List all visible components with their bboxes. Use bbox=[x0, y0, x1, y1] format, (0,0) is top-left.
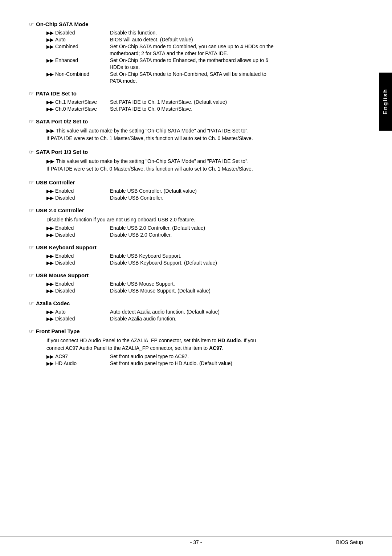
option-desc: Disable USB 2.0 Controller. bbox=[110, 232, 363, 238]
option-key: ▶▶Disabled bbox=[46, 195, 110, 201]
section-title: USB Mouse Support bbox=[36, 272, 89, 278]
section-title: SATA Port 0/2 Set to bbox=[36, 118, 88, 124]
option-arrow: ▶▶ bbox=[46, 225, 54, 231]
option-arrow: ▶▶ bbox=[46, 260, 54, 266]
option-desc: Set On-Chip SATA mode to Non-Combined, S… bbox=[110, 71, 363, 77]
option-arrow: ▶▶ bbox=[46, 281, 54, 287]
option-arrow: ▶▶ bbox=[46, 316, 54, 322]
footer-label: BIOS Setup bbox=[336, 539, 363, 545]
option-desc-continuation: PATA mode. bbox=[29, 78, 363, 84]
option-row: ▶▶Disabled Disable USB Controller. bbox=[29, 195, 363, 201]
section-usb-20-controller: ☞ USB 2.0 Controller bbox=[29, 207, 363, 214]
option-desc: Set On-Chip SATA mode to Combined, you c… bbox=[110, 44, 363, 49]
section-title: Azalia Codec bbox=[36, 300, 70, 306]
section-title: USB Keyboard Support bbox=[36, 244, 97, 250]
option-desc: Enable USB Mouse Support. bbox=[110, 281, 363, 287]
option-row: ▶▶Ch.1 Master/Slave Set PATA IDE to Ch. … bbox=[29, 99, 363, 105]
option-row: ▶▶Disabled Disable USB Mouse Support. (D… bbox=[29, 288, 363, 294]
section-title: USB 2.0 Controller bbox=[36, 207, 84, 213]
option-arrow: ▶▶ bbox=[46, 253, 54, 259]
option-arrow: ▶▶ bbox=[46, 99, 54, 105]
option-desc: Enable USB 2.0 Controller. (Default valu… bbox=[110, 225, 363, 231]
english-tab: English bbox=[379, 73, 392, 131]
bullet-arrow: ▶▶ bbox=[46, 128, 54, 134]
option-key: ▶▶Auto bbox=[46, 37, 110, 42]
option-desc: Set front audio panel type to AC97. bbox=[110, 353, 363, 359]
bullet-arrow: ▶▶ bbox=[46, 158, 54, 164]
option-desc-continuation: motherboard; 2 for SATA and the other fo… bbox=[29, 50, 363, 56]
section-icon: ☞ bbox=[29, 207, 34, 214]
option-arrow: ▶▶ bbox=[46, 30, 54, 36]
option-row: ▶▶Disabled Disable Azalia audio function… bbox=[29, 316, 363, 322]
section-title: PATA IDE Set to bbox=[36, 90, 77, 97]
option-desc: Set PATA IDE to Ch. 0 Master/Slave. bbox=[110, 106, 363, 112]
option-key: ▶▶Disabled bbox=[46, 232, 110, 238]
option-desc: Disable USB Keyboard Support. (Default v… bbox=[110, 260, 363, 266]
option-desc: Set front audio panel type to HD Audio. … bbox=[110, 360, 363, 366]
option-row: ▶▶Enabled Enable USB Controller. (Defaul… bbox=[29, 188, 363, 194]
option-row: ▶▶Disabled Disable USB 2.0 Controller. bbox=[29, 232, 363, 238]
section-on-chip-sata-mode: ☞ On-Chip SATA Mode bbox=[29, 21, 363, 28]
section-icon: ☞ bbox=[29, 21, 34, 28]
section-title: On-Chip SATA Mode bbox=[36, 21, 89, 27]
option-arrow: ▶▶ bbox=[46, 37, 54, 42]
option-key: ▶▶Ch.1 Master/Slave bbox=[46, 99, 110, 105]
section-usb-keyboard-support: ☞ USB Keyboard Support bbox=[29, 244, 363, 251]
section-front-panel-type: ☞ Front Panel Type bbox=[29, 328, 363, 335]
option-desc: Disable USB Mouse Support. (Default valu… bbox=[110, 288, 363, 294]
section-icon: ☞ bbox=[29, 244, 34, 251]
section-icon: ☞ bbox=[29, 149, 34, 155]
section-icon: ☞ bbox=[29, 118, 34, 125]
section-pata-ide-set-to: ☞ PATA IDE Set to bbox=[29, 90, 363, 97]
desc-text: Disable this function if you are not usi… bbox=[29, 216, 363, 224]
option-row: ▶▶Ch.0 Master/Slave Set PATA IDE to Ch. … bbox=[29, 106, 363, 112]
option-row: ▶▶HD Audio Set front audio panel type to… bbox=[29, 360, 363, 366]
section-icon: ☞ bbox=[29, 272, 34, 279]
option-key: ▶▶Disabled bbox=[46, 260, 110, 266]
option-key: ▶▶Enabled bbox=[46, 225, 110, 231]
option-key: ▶▶Combined bbox=[46, 44, 110, 49]
option-row: ▶▶Auto BIOS will auto detect. (Default v… bbox=[29, 37, 363, 42]
option-arrow: ▶▶ bbox=[46, 309, 54, 315]
section-title: Front Panel Type bbox=[36, 328, 80, 334]
option-key: ▶▶Auto bbox=[46, 309, 110, 315]
page-container: English ☞ On-Chip SATA Mode ▶▶Disabled D… bbox=[0, 0, 392, 556]
desc-text: ▶▶ This value will auto make by the sett… bbox=[29, 127, 363, 142]
footer-page-number: - 37 - bbox=[29, 539, 363, 545]
section-sata-port-02: ☞ SATA Port 0/2 Set to bbox=[29, 118, 363, 125]
option-row: ▶▶Disabled Disable USB Keyboard Support.… bbox=[29, 260, 363, 266]
option-arrow: ▶▶ bbox=[46, 195, 54, 201]
option-key: ▶▶Enhanced bbox=[46, 57, 110, 63]
option-key: ▶▶Ch.0 Master/Slave bbox=[46, 106, 110, 112]
option-desc: Disable this function. bbox=[110, 30, 363, 36]
section-usb-mouse-support: ☞ USB Mouse Support bbox=[29, 272, 363, 279]
desc-text: ▶▶ This value will auto make by the sett… bbox=[29, 158, 363, 173]
option-arrow: ▶▶ bbox=[46, 44, 54, 49]
option-arrow: ▶▶ bbox=[46, 58, 54, 63]
section-icon: ☞ bbox=[29, 90, 34, 97]
option-arrow: ▶▶ bbox=[46, 106, 54, 112]
option-key: ▶▶Disabled bbox=[46, 30, 110, 36]
option-desc: Auto detect Azalia audio function. (Defa… bbox=[110, 309, 363, 315]
option-desc: Set PATA IDE to Ch. 1 Master/Slave. (Def… bbox=[110, 99, 363, 105]
option-row: ▶▶Combined Set On-Chip SATA mode to Comb… bbox=[29, 44, 363, 49]
option-row: ▶▶Enabled Enable USB Keyboard Support. bbox=[29, 253, 363, 259]
bold-hd-audio: HD Audio bbox=[218, 338, 241, 343]
page-footer: - 37 - BIOS Setup bbox=[0, 536, 392, 545]
section-usb-controller: ☞ USB Controller bbox=[29, 179, 363, 186]
option-desc: Enable USB Keyboard Support. bbox=[110, 253, 363, 259]
option-desc: Set On-Chip SATA mode to Enhanced, the m… bbox=[110, 57, 363, 63]
option-row: ▶▶Disabled Disable this function. bbox=[29, 30, 363, 36]
option-arrow: ▶▶ bbox=[46, 71, 54, 77]
option-arrow: ▶▶ bbox=[46, 361, 54, 366]
option-key: ▶▶Enabled bbox=[46, 253, 110, 259]
option-arrow: ▶▶ bbox=[46, 288, 54, 294]
section-icon: ☞ bbox=[29, 328, 34, 335]
section-icon: ☞ bbox=[29, 300, 34, 307]
section-icon: ☞ bbox=[29, 179, 34, 186]
option-arrow: ▶▶ bbox=[46, 188, 54, 194]
option-key: ▶▶HD Audio bbox=[46, 360, 110, 366]
option-desc-continuation: HDDs to use. bbox=[29, 64, 363, 70]
option-key: ▶▶Enabled bbox=[46, 188, 110, 194]
section-title: SATA Port 1/3 Set to bbox=[36, 149, 88, 155]
